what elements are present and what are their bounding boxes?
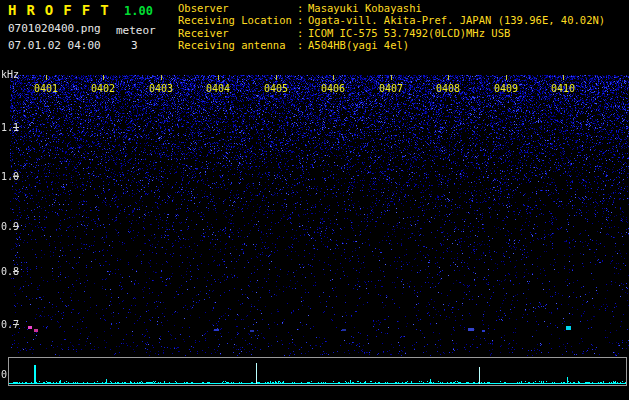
time-label-0405: 0405 [264, 83, 288, 94]
time-tick [46, 75, 47, 80]
time-tick [563, 75, 564, 80]
time-label-0410: 0410 [551, 83, 575, 94]
observation-mode-label: meteor [116, 24, 156, 37]
meteor-echo-mark [468, 328, 474, 331]
signal-level-spike [430, 379, 431, 384]
meteor-count: 3 [131, 39, 138, 52]
info-row-observer: Observer:Masayuki Kobayashi [178, 2, 605, 14]
time-label-0407: 0407 [379, 83, 403, 94]
signal-level-spike [521, 381, 522, 384]
spectrogram-noise-canvas [10, 75, 629, 356]
observation-datetime: 07.01.02 04:00 [8, 39, 101, 52]
signal-level-canvas [9, 358, 626, 385]
signal-level-spike [106, 379, 107, 384]
info-value: Ogata-vill. Akita-Pref. JAPAN (139.96E, … [308, 14, 605, 26]
signal-level-spike [479, 367, 480, 384]
freq-tick [13, 127, 19, 128]
signal-level-graph [8, 357, 627, 386]
freq-tick [13, 324, 19, 325]
time-label-0401: 0401 [34, 83, 58, 94]
time-tick [103, 75, 104, 80]
meteor-echo-mark [250, 330, 254, 332]
meteor-echo-mark [342, 329, 346, 331]
meteor-echo-mark [566, 326, 571, 330]
freq-tick [13, 226, 19, 227]
info-separator: : [297, 39, 308, 51]
info-value: ICOM IC-575 53.7492(0LCD)MHz USB [308, 27, 510, 39]
signal-level-spike [34, 365, 36, 384]
meteor-echo-mark [28, 326, 32, 329]
time-tick [506, 75, 507, 80]
signal-level-spike [567, 377, 568, 384]
time-label-0408: 0408 [436, 83, 460, 94]
signal-level-spike [350, 380, 351, 384]
time-label-0402: 0402 [91, 83, 115, 94]
info-row-receiver: Receiver:ICOM IC-575 53.7492(0LCD)MHz US… [178, 27, 605, 39]
time-tick [276, 75, 277, 80]
time-label-0404: 0404 [206, 83, 230, 94]
time-tick [391, 75, 392, 80]
time-label-0406: 0406 [321, 83, 345, 94]
time-label-0409: 0409 [494, 83, 518, 94]
info-row-location: Receiving Location:Ogata-vill. Akita-Pre… [178, 14, 605, 26]
info-separator: : [297, 27, 308, 39]
time-tick [218, 75, 219, 80]
freq-axis-unit: kHz [1, 69, 19, 80]
info-value: Masayuki Kobayashi [308, 2, 422, 14]
time-tick [161, 75, 162, 80]
freq-tick [13, 271, 19, 272]
info-label: Observer [178, 2, 297, 14]
info-label: Receiving antenna [178, 39, 297, 51]
station-info-block: Observer:Masayuki Kobayashi Receiving Lo… [178, 2, 605, 52]
app-version: 1.00 [124, 4, 153, 18]
meteor-echo-mark [214, 329, 219, 331]
meteor-echo-mark [482, 330, 485, 332]
info-label: Receiver [178, 27, 297, 39]
info-separator: : [297, 14, 308, 26]
info-label: Receiving Location [178, 14, 297, 26]
info-separator: : [297, 2, 308, 14]
app-title: HROFFT [8, 2, 119, 18]
time-tick [448, 75, 449, 80]
info-value: A504HB(yagi 4el) [308, 39, 409, 51]
time-label-0403: 0403 [149, 83, 173, 94]
signal-level-spike [60, 380, 61, 384]
time-tick [333, 75, 334, 80]
info-row-antenna: Receiving antenna:A504HB(yagi 4el) [178, 39, 605, 51]
output-filename: 0701020400.png [8, 22, 101, 35]
hrofft-output-image: HROFFT 1.00 0701020400.png meteor 07.01.… [0, 0, 629, 400]
meteor-echo-mark [34, 329, 38, 332]
signal-level-spike [256, 363, 257, 384]
signal-level-spike [164, 381, 165, 384]
freq-tick [13, 176, 19, 177]
